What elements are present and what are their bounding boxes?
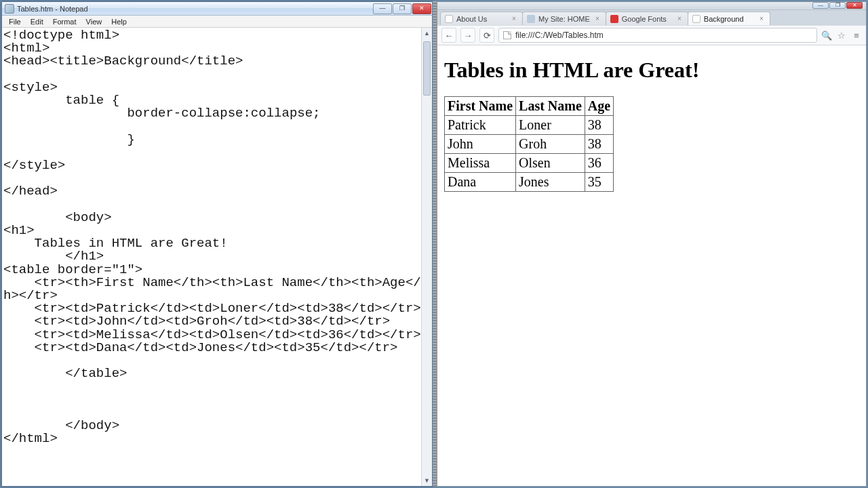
table-row: Melissa Olsen 36 <box>445 154 614 173</box>
tab-label: About Us <box>456 15 507 23</box>
table-header: Last Name <box>516 97 585 116</box>
chrome-toolbar: ← → ⟳ file:///C:/Web/Tables.htm 🔍 ☆ ≡ <box>437 25 866 45</box>
forward-button[interactable]: → <box>460 28 475 43</box>
reload-button[interactable]: ⟳ <box>479 28 494 43</box>
notepad-titlebar[interactable]: Tables.htm - Notepad — ❐ ✕ <box>2 2 432 16</box>
tab-my-site-home[interactable]: My Site: HOME × <box>522 12 606 25</box>
favicon-icon <box>692 15 701 23</box>
tab-close-icon[interactable]: × <box>757 15 766 23</box>
address-bar[interactable]: file:///C:/Web/Tables.htm <box>498 28 817 43</box>
table-header: Age <box>585 97 613 116</box>
chrome-close-button[interactable]: ✕ <box>846 2 863 9</box>
notepad-title: Tables.htm - Notepad <box>17 5 373 13</box>
favicon-icon <box>610 15 618 23</box>
tab-about-us[interactable]: About Us × <box>440 12 523 25</box>
tab-close-icon[interactable]: × <box>510 15 518 23</box>
chrome-window: — ❐ ✕ About Us × My Site: HOME × Google … <box>437 1 867 487</box>
tab-close-icon[interactable]: × <box>593 15 601 23</box>
tab-label: My Site: HOME <box>538 15 590 23</box>
notepad-text-area[interactable]: <!doctype html> <html> <head><title>Back… <box>2 28 432 486</box>
tab-label: Background <box>704 15 754 23</box>
table-row: Dana Jones 35 <box>445 173 614 192</box>
favicon-icon <box>527 15 535 23</box>
menu-view[interactable]: View <box>82 17 106 26</box>
chrome-rendered-page[interactable]: Tables in HTML are Great! First Name Las… <box>437 45 866 486</box>
page-heading: Tables in HTML are Great! <box>444 58 859 83</box>
menu-file[interactable]: File <box>5 17 25 26</box>
bookmark-star-icon[interactable]: ☆ <box>836 30 847 41</box>
maximize-button[interactable]: ❐ <box>393 3 412 14</box>
notepad-scrollbar[interactable]: ▲ ▼ <box>421 28 432 486</box>
back-button[interactable]: ← <box>441 28 456 43</box>
tab-label: Google Fonts <box>622 15 672 23</box>
table-row: John Groh 38 <box>445 135 614 154</box>
menu-edit[interactable]: Edit <box>26 17 47 26</box>
tab-background[interactable]: Background × <box>688 12 770 25</box>
menu-help[interactable]: Help <box>107 17 131 26</box>
scroll-up-arrow-icon[interactable]: ▲ <box>422 28 432 39</box>
chrome-tabstrip: About Us × My Site: HOME × Google Fonts … <box>437 10 866 25</box>
url-text: file:///C:/Web/Tables.htm <box>515 30 604 40</box>
scroll-down-arrow-icon[interactable]: ▼ <box>422 475 432 486</box>
table-header-row: First Name Last Name Age <box>445 97 614 116</box>
file-icon <box>503 31 511 39</box>
notepad-body: <!doctype html> <html> <head><title>Back… <box>2 28 432 486</box>
menu-format[interactable]: Format <box>49 17 81 26</box>
close-button[interactable]: ✕ <box>412 3 431 14</box>
tab-close-icon[interactable]: × <box>675 15 684 23</box>
notepad-app-icon <box>5 4 14 14</box>
data-table: First Name Last Name Age Patrick Loner 3… <box>444 96 614 192</box>
zoom-icon[interactable]: 🔍 <box>821 30 832 41</box>
table-row: Patrick Loner 38 <box>445 116 614 135</box>
scroll-thumb[interactable] <box>423 41 431 96</box>
notepad-window: Tables.htm - Notepad — ❐ ✕ File Edit For… <box>1 1 433 487</box>
tab-google-fonts[interactable]: Google Fonts × <box>606 12 688 25</box>
chrome-maximize-button[interactable]: ❐ <box>829 2 846 9</box>
favicon-icon <box>445 15 453 23</box>
chrome-minimize-button[interactable]: — <box>812 2 829 9</box>
notepad-menubar: File Edit Format View Help <box>2 16 432 28</box>
table-header: First Name <box>445 97 516 116</box>
menu-hamburger-icon[interactable]: ≡ <box>851 30 862 41</box>
minimize-button[interactable]: — <box>373 3 392 14</box>
chrome-frame-top[interactable]: — ❐ ✕ <box>437 2 866 10</box>
